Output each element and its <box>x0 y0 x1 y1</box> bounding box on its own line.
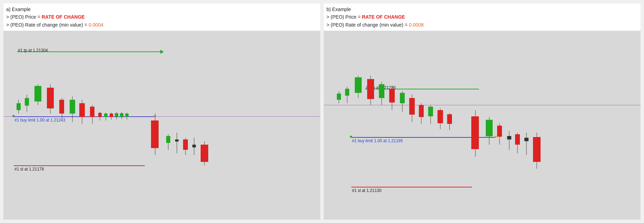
panel-b-line1-prefix: > (PEO) Price = <box>326 14 362 20</box>
svg-rect-47 <box>367 79 374 99</box>
svg-rect-35 <box>183 139 188 150</box>
panel-a-header: a) Example > (PEO) Price = RATE OF CHANG… <box>3 3 320 31</box>
svg-rect-63 <box>447 114 452 124</box>
svg-rect-71 <box>507 136 511 139</box>
svg-rect-13 <box>79 103 85 117</box>
svg-rect-33 <box>175 139 179 142</box>
svg-rect-67 <box>486 120 493 136</box>
panel-a-candles <box>3 31 320 220</box>
svg-rect-77 <box>533 137 541 162</box>
svg-rect-17 <box>98 113 102 117</box>
svg-rect-43 <box>345 89 349 96</box>
svg-rect-65 <box>471 116 479 149</box>
svg-rect-45 <box>355 77 362 93</box>
panel-b: b) Example > (PEO) Price = RATE OF CHANG… <box>324 3 641 220</box>
svg-rect-3 <box>25 98 29 106</box>
panel-b-candles <box>324 31 641 220</box>
panel-a-line1: > (PEO) Price = RATE OF CHANGE <box>6 13 318 21</box>
svg-rect-21 <box>110 114 113 117</box>
svg-rect-37 <box>192 145 196 147</box>
panel-b-line1: > (PEO) Price = RATE OF CHANGE <box>326 13 638 21</box>
svg-rect-59 <box>428 107 433 116</box>
svg-rect-41 <box>337 94 341 100</box>
panel-a-chart: #1 tp at 1.21304 #1 buy limit 1.00 at 1.… <box>3 31 320 220</box>
panel-a-line1-prefix: > (PEO) Price = <box>6 14 42 20</box>
svg-rect-1 <box>17 103 21 110</box>
panel-b-line2: > (PEO) Rate of change (min value) = 0.0… <box>326 21 638 29</box>
svg-rect-11 <box>70 100 75 114</box>
panel-a-line2: > (PEO) Rate of change (min value) = 0.0… <box>6 21 318 29</box>
svg-rect-5 <box>34 86 41 101</box>
svg-rect-29 <box>151 120 159 148</box>
panel-b-chart: #1 tp at 1.21236 #1 buy limit 1.00 at 1.… <box>324 31 641 220</box>
panel-a: a) Example > (PEO) Price = RATE OF CHANG… <box>3 3 320 220</box>
svg-rect-75 <box>524 138 529 141</box>
panel-a-title: a) Example <box>6 6 318 13</box>
svg-rect-39 <box>201 145 208 162</box>
panel-b-min-value: 0.0008 <box>409 22 424 28</box>
svg-rect-69 <box>497 126 502 137</box>
svg-rect-25 <box>120 113 123 117</box>
panel-a-line2-prefix: > (PEO) Rate of change (min value) = <box>6 22 89 28</box>
svg-rect-55 <box>409 98 415 115</box>
svg-rect-57 <box>419 105 424 117</box>
svg-rect-61 <box>437 110 443 123</box>
panel-b-title: b) Example <box>326 6 638 13</box>
panel-b-header: b) Example > (PEO) Price = RATE OF CHANG… <box>324 3 641 31</box>
svg-rect-31 <box>166 136 170 143</box>
svg-rect-51 <box>389 89 395 103</box>
panel-b-rate-of-change: RATE OF CHANGE <box>362 14 405 20</box>
svg-rect-15 <box>90 107 94 117</box>
svg-rect-9 <box>59 100 64 114</box>
svg-rect-7 <box>47 88 54 108</box>
panel-b-line2-prefix: > (PEO) Rate of change (min value) = <box>326 22 409 28</box>
svg-rect-27 <box>125 114 129 117</box>
svg-rect-53 <box>400 93 405 103</box>
svg-rect-19 <box>104 114 108 117</box>
svg-rect-23 <box>115 113 118 117</box>
panel-a-rate-of-change: RATE OF CHANGE <box>42 14 85 20</box>
panel-a-min-value: 0.0004 <box>89 22 103 28</box>
svg-rect-49 <box>379 84 384 98</box>
svg-rect-73 <box>515 134 520 145</box>
